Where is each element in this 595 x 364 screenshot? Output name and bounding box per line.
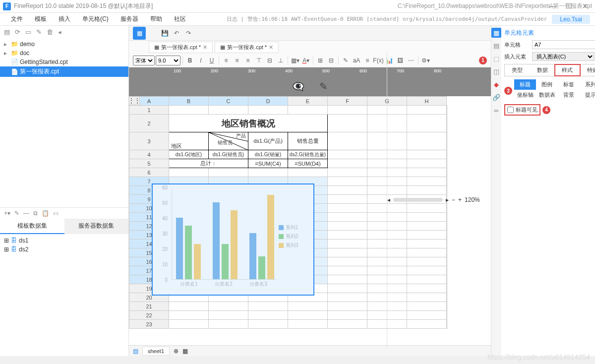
- col-header[interactable]: C: [209, 97, 248, 106]
- cell[interactable]: [248, 320, 288, 329]
- dataset-item[interactable]: ⊞🗄ds1: [4, 236, 124, 245]
- menu-template[interactable]: 模板: [29, 15, 53, 23]
- format-painter-icon[interactable]: ✎: [341, 56, 351, 65]
- col-header[interactable]: F: [328, 97, 367, 106]
- menu-insert[interactable]: 插入: [53, 15, 76, 23]
- cell[interactable]: [169, 302, 209, 311]
- float-icon[interactable]: ⬚: [491, 54, 501, 63]
- doc-tab[interactable]: ▦第一张报表.cpt *✕: [149, 42, 213, 53]
- scroll-left-icon[interactable]: ◂: [387, 196, 390, 203]
- cell-input[interactable]: [532, 40, 595, 49]
- cell[interactable]: ds2.G(销售总量): [288, 150, 328, 159]
- scrollbar[interactable]: [393, 198, 443, 202]
- cell[interactable]: [169, 168, 209, 177]
- function-icon[interactable]: F(x): [373, 56, 383, 65]
- prop-tab-style[interactable]: 样式: [555, 64, 580, 76]
- cell[interactable]: [209, 320, 248, 329]
- tab-close-icon[interactable]: ✕: [269, 44, 273, 51]
- hyperlink-icon[interactable]: 🔗: [491, 92, 501, 102]
- cell[interactable]: [288, 320, 328, 329]
- cell[interactable]: [328, 275, 367, 284]
- tree-node-demo[interactable]: ▸📁demo: [0, 40, 128, 49]
- row-header[interactable]: 4: [129, 150, 169, 159]
- dataset-item[interactable]: ⊞🗄ds2: [4, 245, 124, 254]
- col-header[interactable]: D: [248, 97, 288, 106]
- embedded-chart[interactable]: 0102030405060 分类名1分类名2分类名3 系列1系列2系列3: [152, 183, 314, 296]
- cell[interactable]: ds1.G(地区): [169, 150, 209, 159]
- fontcolor-icon[interactable]: A▾: [301, 56, 311, 65]
- widget-icon[interactable]: ◫: [491, 66, 501, 76]
- tree-node-doc[interactable]: ▸📁doc: [0, 49, 128, 58]
- col-header[interactable]: B: [169, 97, 209, 106]
- underline-icon[interactable]: U: [207, 56, 217, 65]
- insert-select[interactable]: 插入图表(C): [532, 52, 595, 61]
- cell[interactable]: [328, 204, 367, 213]
- cell[interactable]: [209, 311, 248, 320]
- menu-cell[interactable]: 单元格(C): [76, 15, 115, 23]
- collapse-icon[interactable]: ◂: [58, 28, 61, 36]
- cell[interactable]: [328, 257, 367, 266]
- cell[interactable]: [248, 311, 288, 320]
- cell[interactable]: [328, 222, 367, 231]
- prop-tab-effect[interactable]: 特效: [580, 64, 595, 76]
- cell[interactable]: [288, 311, 328, 320]
- menu-community[interactable]: 社区: [168, 15, 192, 23]
- save-icon[interactable]: 💾: [160, 28, 170, 38]
- row-header[interactable]: 1: [129, 106, 169, 115]
- fontsize-select[interactable]: 9.0: [156, 56, 180, 65]
- user-badge[interactable]: Leo.Tsai: [552, 15, 590, 24]
- subtab-tooltip[interactable]: 提示: [580, 90, 595, 100]
- prop-tab-type[interactable]: 类型: [505, 64, 530, 76]
- cell[interactable]: [328, 231, 367, 240]
- link2-icon[interactable]: ∞: [491, 105, 501, 115]
- preview-button[interactable]: ▦: [133, 27, 146, 40]
- rename-icon[interactable]: ✎: [36, 28, 42, 36]
- cell[interactable]: [328, 248, 367, 257]
- cell[interactable]: 总计：: [169, 159, 248, 168]
- bold-icon[interactable]: B: [185, 56, 195, 65]
- align-center-icon[interactable]: ≡: [232, 56, 242, 65]
- row-header[interactable]: 5: [129, 159, 169, 168]
- title-visible-row[interactable]: 标题可见: [504, 104, 540, 116]
- cell[interactable]: [328, 159, 367, 168]
- subtab-bg[interactable]: 背景: [558, 90, 580, 100]
- close-icon[interactable]: ✕: [582, 2, 588, 10]
- redo-icon[interactable]: ↷: [183, 28, 193, 38]
- tree-node-report1[interactable]: 📄第一张报表.cpt: [0, 66, 128, 77]
- undo-icon[interactable]: ↶: [172, 28, 181, 38]
- cell[interactable]: ds1.G(销量): [248, 150, 288, 159]
- subtab-legend[interactable]: 图例: [536, 79, 558, 90]
- cell[interactable]: [209, 168, 248, 177]
- cell[interactable]: [328, 132, 367, 150]
- unmerge-icon[interactable]: ⊟: [326, 56, 336, 65]
- border-icon[interactable]: ▦▾: [290, 56, 300, 65]
- cell[interactable]: [328, 284, 367, 293]
- align-bottom-icon[interactable]: ⊥: [276, 56, 286, 65]
- subtab-axis[interactable]: 坐标轴: [514, 90, 536, 100]
- cell[interactable]: [169, 311, 209, 320]
- align-right-icon[interactable]: ≡: [243, 56, 253, 65]
- row-header[interactable]: 22: [129, 311, 169, 320]
- cell[interactable]: [288, 106, 328, 115]
- row-header[interactable]: 6: [129, 168, 169, 177]
- cell[interactable]: [328, 213, 367, 222]
- delete-icon[interactable]: 🗑: [47, 28, 53, 36]
- cell[interactable]: [288, 168, 328, 177]
- cell[interactable]: [248, 302, 288, 311]
- edit-dataset-icon[interactable]: ✎: [14, 210, 19, 217]
- cell[interactable]: [248, 106, 288, 115]
- italic-icon[interactable]: I: [196, 56, 206, 65]
- cell[interactable]: [328, 150, 367, 159]
- cell[interactable]: =SUM(D4): [288, 159, 328, 168]
- cell[interactable]: [209, 302, 248, 311]
- cell-attr-icon[interactable]: ▤: [491, 41, 501, 51]
- refresh-icon[interactable]: ⟳: [15, 28, 20, 36]
- row-header[interactable]: 2: [129, 115, 169, 132]
- row-header[interactable]: 3: [129, 132, 169, 150]
- cell[interactable]: 销售总量: [288, 132, 328, 150]
- text-icon[interactable]: aA: [352, 56, 361, 65]
- tab-server-dataset[interactable]: 服务器数据集: [64, 219, 129, 234]
- row-header[interactable]: 21: [129, 302, 169, 311]
- edit-preview-icon[interactable]: ✎: [319, 80, 328, 92]
- hide-preview-icon[interactable]: 👁‍🗨: [292, 80, 304, 92]
